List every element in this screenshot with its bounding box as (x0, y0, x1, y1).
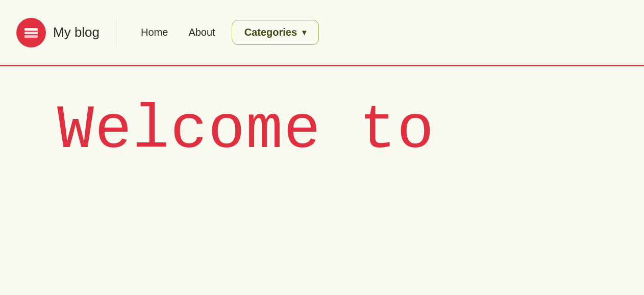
home-link[interactable]: Home (133, 22, 176, 42)
nav-divider (116, 17, 116, 48)
layers-icon (22, 24, 40, 41)
svg-rect-1 (24, 32, 38, 34)
chevron-down-icon: ▾ (302, 28, 306, 37)
navbar: My blog Home About Categories ▾ (0, 0, 644, 66)
welcome-heading: Welcome to (57, 97, 435, 164)
nav-links: Home About Categories ▾ (133, 20, 319, 45)
main-content: Welcome to (0, 66, 644, 185)
svg-rect-2 (24, 35, 38, 38)
svg-rect-0 (24, 28, 38, 31)
about-link[interactable]: About (180, 22, 223, 42)
brand-link[interactable]: My blog (16, 18, 100, 47)
categories-label: Categories (244, 27, 297, 38)
categories-button[interactable]: Categories ▾ (232, 20, 319, 45)
brand-name: My blog (53, 24, 100, 40)
logo-circle (16, 18, 46, 47)
